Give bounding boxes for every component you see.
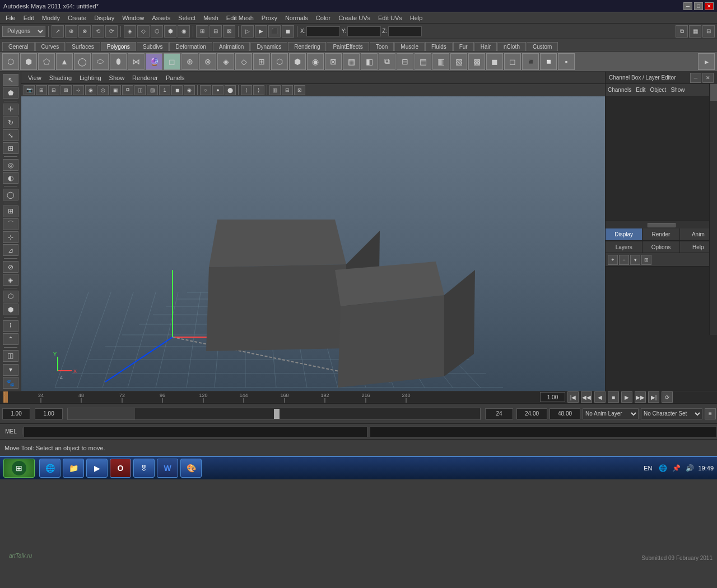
shelf-tab-deformation[interactable]: Deformation [169, 42, 212, 51]
snap-view-btn[interactable]: ⊿ [3, 244, 18, 256]
layer-assign-btn[interactable]: ▾ [630, 255, 640, 265]
channel-nav-edit[interactable]: Edit [636, 87, 645, 93]
vt-btn-14[interactable]: ◉ [184, 85, 195, 95]
shelf-tab-fluids[interactable]: Fluids [425, 42, 453, 51]
taskbar-maya-btn[interactable]: 🎖 [133, 459, 155, 478]
toolbar-btn-6[interactable]: ◈ [124, 25, 136, 38]
anim-start-field[interactable] [516, 408, 547, 419]
viewport-renderer-menu[interactable]: Renderer [129, 74, 161, 81]
snap-grid-btn[interactable]: ⊞ [3, 206, 18, 217]
vt-btn-4[interactable]: ⊠ [60, 85, 72, 95]
shelf-tab-toon[interactable]: Toon [370, 42, 394, 51]
viewport-panels-menu[interactable]: Panels [162, 74, 188, 81]
shelf-icon-1[interactable]: ⬡ [2, 53, 19, 70]
vt-btn-18[interactable]: ⟨ [241, 85, 252, 95]
menu-proxy[interactable]: Proxy [258, 12, 281, 24]
menu-mesh[interactable]: Mesh [200, 12, 222, 24]
menu-color[interactable]: Color [313, 12, 334, 24]
shelf-icon-32[interactable]: ▪ [558, 53, 575, 70]
shelf-icon-2[interactable]: ⬢ [20, 53, 37, 70]
help-line-btn[interactable]: 🐾 [3, 377, 18, 389]
shelf-icon-16[interactable]: ⬡ [271, 53, 288, 70]
shelf-icon-15[interactable]: ⊞ [253, 53, 270, 70]
layer-tab-layers[interactable]: Layers [606, 241, 642, 253]
network-icon[interactable]: 🌐 [658, 463, 668, 473]
shelf-icon-6[interactable]: ⬭ [92, 53, 109, 70]
menu-normals[interactable]: Normals [282, 12, 311, 24]
shelf-icon-9[interactable]: 🔮 [146, 53, 162, 70]
anim-go-start[interactable]: |◀ [567, 391, 579, 403]
shelf-tab-rendering[interactable]: Rendering [288, 42, 326, 51]
channel-bottom-scroll[interactable] [606, 221, 717, 228]
shelf-icon-27[interactable]: ▩ [468, 53, 485, 70]
toolbar-btn-1[interactable]: ↗ [52, 25, 64, 38]
shelf-icon-29[interactable]: ◻ [504, 53, 521, 70]
vt-btn-2[interactable]: ⊞ [36, 85, 47, 95]
anim-stop[interactable]: ■ [608, 391, 619, 403]
vt-btn-15[interactable]: ○ [200, 85, 211, 95]
taskbar-explorer-btn[interactable]: 📁 [63, 459, 84, 478]
playback-range-bar[interactable] [67, 408, 481, 420]
vt-btn-9[interactable]: ⧉ [122, 85, 133, 95]
anim-prev[interactable]: ◀ [594, 391, 606, 403]
shelf-icon-18[interactable]: ◉ [307, 53, 324, 70]
vt-btn-16[interactable]: ● [212, 85, 224, 95]
menu-select[interactable]: Select [175, 12, 199, 24]
vt-btn-11[interactable]: ▨ [147, 85, 158, 95]
viewport-3d[interactable]: persp X Y Z [21, 96, 605, 391]
range-start-field[interactable] [2, 408, 30, 419]
anim-prev-frame[interactable]: ◀◀ [581, 391, 592, 403]
scrollbar-thumb[interactable] [710, 84, 717, 101]
shelf-icon-30[interactable]: ◾ [522, 53, 539, 70]
channel-box-minimize[interactable]: ─ [690, 73, 701, 83]
shelf-tab-painteffects[interactable]: PaintEffects [327, 42, 369, 51]
layout-btn-3[interactable]: ⊟ [702, 25, 715, 38]
viewport-view-menu[interactable]: View [25, 74, 45, 81]
region-render-btn[interactable]: ⬢ [3, 304, 18, 315]
shelf-icon-19[interactable]: ⊠ [325, 53, 342, 70]
viewport-lighting-menu[interactable]: Lighting [76, 74, 105, 81]
maximize-button[interactable]: □ [694, 2, 703, 10]
scale-tool-btn[interactable]: ⤡ [3, 129, 18, 141]
channel-nav-channels[interactable]: Channels [608, 87, 631, 93]
shelf-icon-24[interactable]: ▤ [415, 53, 431, 70]
shelf-icon-14[interactable]: ◇ [235, 53, 252, 70]
shelf-icon-12[interactable]: ⊗ [199, 53, 216, 70]
select-tool-btn[interactable]: ↖ [3, 74, 18, 86]
anim-prefs-btn[interactable]: ≡ [705, 408, 716, 419]
shelf-tab-custom[interactable]: Custom [527, 42, 558, 51]
minimize-button[interactable]: ─ [683, 2, 692, 10]
vt-btn-5[interactable]: ⊹ [73, 85, 84, 95]
menu-edit[interactable]: Edit [20, 12, 38, 24]
shelf-icon-4[interactable]: ▲ [56, 53, 73, 70]
vt-btn-22[interactable]: ⊠ [294, 85, 305, 95]
menu-edit-mesh[interactable]: Edit Mesh [223, 12, 257, 24]
menu-assets[interactable]: Assets [148, 12, 174, 24]
taskbar-mediaplayer-btn[interactable]: ▶ [86, 459, 108, 478]
vt-btn-10[interactable]: ◫ [134, 85, 146, 95]
shelf-icon-21[interactable]: ◧ [361, 53, 378, 70]
menu-window[interactable]: Window [119, 12, 147, 24]
taskbar-paint-btn[interactable]: 🎨 [180, 459, 202, 478]
taskbar-pin-icon[interactable]: 📌 [671, 463, 681, 473]
menu-display[interactable]: Display [91, 12, 118, 24]
shelf-icon-31[interactable]: ◽ [540, 53, 557, 70]
menu-create-uvs[interactable]: Create UVs [335, 12, 374, 24]
shelf-icon-3[interactable]: ⬠ [38, 53, 55, 70]
taskbar-ie-btn[interactable]: 🌐 [39, 459, 60, 478]
menu-create[interactable]: Create [64, 12, 90, 24]
channel-box-close[interactable]: ✕ [702, 73, 714, 83]
shelf-tab-subdivs[interactable]: Subdivs [137, 42, 169, 51]
toolbar-btn-4[interactable]: ⟲ [92, 25, 104, 38]
anim-loop[interactable]: ⟳ [662, 391, 673, 403]
z-field[interactable] [388, 26, 422, 36]
mel-input[interactable] [24, 426, 367, 437]
tab-display[interactable]: Display [606, 228, 642, 240]
vt-btn-17[interactable]: ⬤ [225, 85, 236, 95]
layer-create-btn[interactable]: + [608, 255, 618, 265]
shelf-icon-26[interactable]: ▧ [450, 53, 467, 70]
character-set-select[interactable]: No Character Set [641, 408, 702, 419]
vt-btn-7[interactable]: ◎ [97, 85, 109, 95]
shelf-tab-hair[interactable]: Hair [474, 42, 497, 51]
paint-select-btn[interactable]: ⬟ [3, 87, 18, 99]
